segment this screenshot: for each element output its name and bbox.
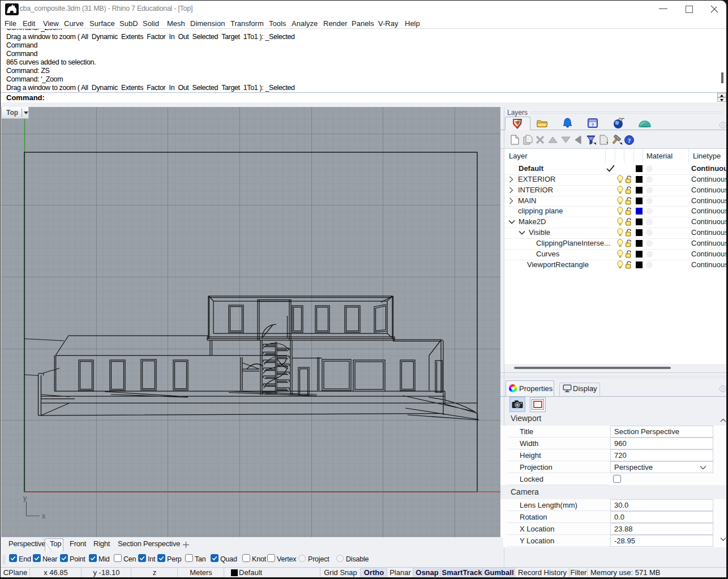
svg-text:y: y [23, 494, 27, 502]
svg-text:?: ? [592, 122, 594, 127]
svg-text:?: ? [628, 137, 631, 144]
svg-text:x: x [42, 512, 45, 520]
